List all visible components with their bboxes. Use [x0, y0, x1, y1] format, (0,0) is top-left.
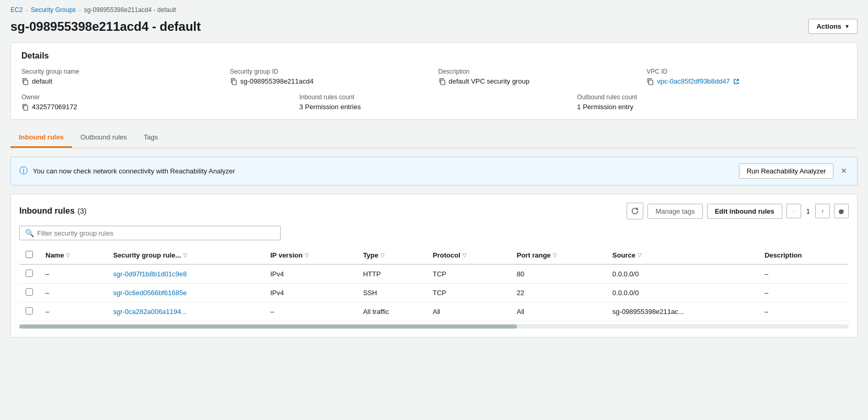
- table-row: – sgr-0c6ed0566bf61685e IPv4 SSH TCP 22 …: [19, 284, 849, 302]
- outbound-count-label: Outbound rules count: [577, 94, 847, 101]
- col-rule-id-sort-icon[interactable]: ▽: [183, 252, 187, 258]
- owner-label: Owner: [21, 94, 291, 101]
- row-3-rule-id-link[interactable]: sgr-0ca282a006a1194...: [113, 308, 187, 316]
- tabs: Inbound rules Outbound rules Tags: [10, 128, 858, 148]
- breadcrumb-ec2[interactable]: EC2: [10, 6, 22, 14]
- breadcrumb-security-groups[interactable]: Security Groups: [31, 6, 76, 14]
- row-3-checkbox[interactable]: [26, 307, 33, 314]
- detail-security-group-name: Security group name default: [21, 68, 222, 85]
- close-banner-button[interactable]: ×: [839, 166, 849, 177]
- row-3-name: –: [39, 302, 107, 321]
- actions-button[interactable]: Actions ▼: [808, 19, 858, 34]
- table-count: (3): [77, 207, 86, 215]
- sg-name-text: default: [32, 77, 52, 85]
- sg-id-text: sg-098955398e211acd4: [240, 77, 314, 85]
- breadcrumb-sep-2: ›: [79, 7, 81, 13]
- row-1-checkbox[interactable]: [26, 270, 33, 277]
- copy-sg-id-icon[interactable]: [230, 78, 237, 85]
- table-title: Inbound rules: [19, 206, 75, 215]
- refresh-button[interactable]: [627, 203, 643, 219]
- row-1-rule-id-link[interactable]: sgr-0d97f1b8b1d01c9e8: [113, 270, 187, 278]
- row-3-ip-version: –: [264, 302, 356, 321]
- copy-vpc-id-icon[interactable]: [646, 78, 654, 85]
- inbound-rules-card: Inbound rules (3) Manage tags Edit inbou…: [10, 194, 858, 337]
- copy-description-icon[interactable]: [438, 78, 446, 85]
- row-2-checkbox[interactable]: [26, 288, 33, 296]
- row-2-type: SSH: [357, 284, 426, 302]
- sg-id-label: Security group ID: [230, 68, 430, 75]
- col-name-label: Name: [45, 251, 64, 259]
- row-1-rule-id: sgr-0d97f1b8b1d01c9e8: [107, 264, 264, 284]
- description-text: default VPC security group: [449, 77, 530, 85]
- tab-tags[interactable]: Tags: [135, 128, 166, 148]
- manage-tags-button[interactable]: Manage tags: [647, 204, 702, 219]
- sg-name-value: default: [21, 77, 222, 85]
- details-grid-top: Security group name default Security gro…: [21, 68, 847, 85]
- col-port-range-sort-icon[interactable]: ▽: [553, 252, 557, 258]
- inbound-count-text: 3 Permission entries: [299, 103, 361, 111]
- header-checkbox-cell: [19, 247, 39, 264]
- scrollbar-thumb[interactable]: [19, 324, 517, 329]
- row-2-source: 0.0.0.0/0: [606, 284, 758, 302]
- inbound-rules-table: Name ▽ Security group rule... ▽: [19, 247, 849, 321]
- table-body: – sgr-0d97f1b8b1d01c9e8 IPv4 HTTP TCP 80…: [19, 264, 849, 321]
- row-2-checkbox-cell: [19, 284, 39, 302]
- row-3-protocol: All: [426, 302, 511, 321]
- info-banner: ⓘ You can now check network connectivity…: [10, 157, 858, 185]
- col-header-type: Type ▽: [357, 247, 426, 264]
- external-link-icon: [733, 78, 739, 85]
- table-row: – sgr-0ca282a006a1194... – All traffic A…: [19, 302, 849, 321]
- vpc-id-value: vpc-0ac85f2df93b8dd47: [646, 77, 847, 85]
- description-label: Description: [438, 68, 639, 75]
- row-3-source: sg-098955398e211ac...: [606, 302, 758, 321]
- vpc-id-link[interactable]: vpc-0ac85f2df93b8dd47: [657, 77, 730, 85]
- info-icon: ⓘ: [19, 166, 28, 177]
- col-rule-id-label: Security group rule...: [113, 251, 181, 259]
- horizontal-scrollbar[interactable]: [19, 324, 849, 329]
- tab-outbound-rules[interactable]: Outbound rules: [72, 128, 135, 148]
- svg-rect-2: [441, 80, 445, 85]
- select-all-checkbox[interactable]: [26, 251, 33, 258]
- refresh-icon: [631, 207, 639, 215]
- row-2-rule-id-link[interactable]: sgr-0c6ed0566bf61685e: [113, 289, 187, 297]
- prev-page-button[interactable]: ‹: [786, 204, 801, 218]
- row-2-rule-id: sgr-0c6ed0566bf61685e: [107, 284, 264, 302]
- info-banner-text: You can now check network connectivity w…: [33, 167, 235, 175]
- page-title: sg-098955398e211acd4 - default: [10, 19, 201, 34]
- row-1-description: –: [758, 264, 849, 284]
- description-value: default VPC security group: [438, 77, 639, 85]
- row-3-rule-id: sgr-0ca282a006a1194...: [107, 302, 264, 321]
- copy-sg-name-icon[interactable]: [21, 78, 29, 85]
- tab-inbound-rules[interactable]: Inbound rules: [10, 128, 72, 148]
- row-2-description: –: [758, 284, 849, 302]
- inbound-count-label: Inbound rules count: [299, 94, 569, 101]
- actions-label: Actions: [816, 22, 841, 30]
- col-type-sort-icon[interactable]: ▽: [380, 252, 385, 258]
- owner-value: 432577069172: [21, 103, 291, 111]
- info-banner-actions: Run Reachability Analyzer ×: [739, 164, 849, 179]
- detail-inbound-count: Inbound rules count 3 Permission entries: [299, 94, 569, 111]
- col-description-label: Description: [765, 251, 802, 259]
- next-page-button[interactable]: ›: [815, 204, 830, 218]
- row-3-description: –: [758, 302, 849, 321]
- search-input[interactable]: [37, 229, 236, 237]
- col-header-ip-version: IP version ▽: [264, 247, 356, 264]
- search-icon: 🔍: [25, 229, 34, 237]
- col-ip-version-label: IP version: [270, 251, 303, 259]
- col-name-sort-icon[interactable]: ▽: [66, 252, 70, 258]
- details-grid-bottom: Owner 432577069172 Inbound rules count 3…: [21, 94, 847, 111]
- run-reachability-analyzer-button[interactable]: Run Reachability Analyzer: [739, 164, 834, 179]
- inbound-count-value: 3 Permission entries: [299, 103, 569, 111]
- col-ip-version-sort-icon[interactable]: ▽: [305, 252, 309, 258]
- col-source-sort-icon[interactable]: ▽: [638, 252, 642, 258]
- copy-owner-icon[interactable]: [21, 103, 29, 111]
- table-head: Name ▽ Security group rule... ▽: [19, 247, 849, 264]
- edit-inbound-rules-button[interactable]: Edit inbound rules: [707, 204, 782, 219]
- page-number: 1: [804, 207, 812, 215]
- detail-description: Description default VPC security group: [438, 68, 639, 85]
- table-settings-button[interactable]: [834, 204, 849, 218]
- row-2-port-range: 22: [511, 284, 606, 302]
- col-protocol-sort-icon[interactable]: ▽: [462, 252, 467, 258]
- detail-vpc-id: VPC ID vpc-0ac85f2df93b8dd47: [646, 68, 847, 85]
- row-3-port-range: All: [511, 302, 606, 321]
